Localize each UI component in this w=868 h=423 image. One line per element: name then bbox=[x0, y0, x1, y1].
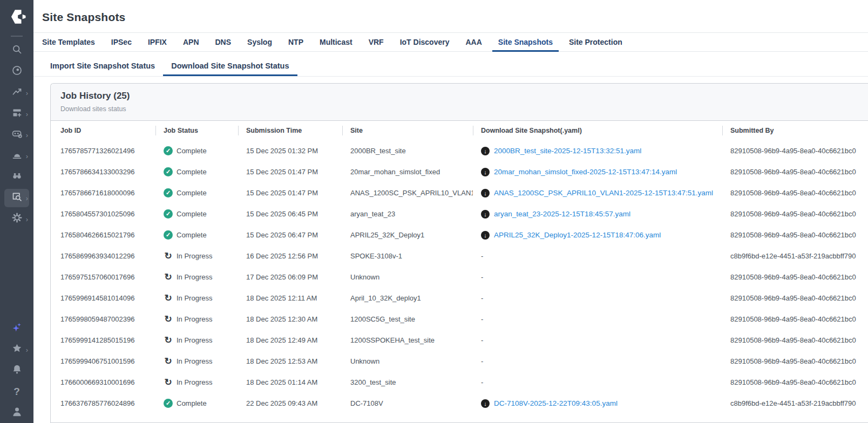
sidebar-item-search[interactable] bbox=[4, 42, 29, 60]
sidebar-item-explore[interactable] bbox=[4, 168, 29, 186]
status-complete-icon: ✓ bbox=[164, 399, 173, 408]
job-status-cell: ✓ Complete bbox=[155, 393, 238, 414]
sidebar-item-ai-assistant[interactable] bbox=[4, 319, 29, 338]
sidebar-item-alarms[interactable]: › bbox=[4, 147, 29, 165]
status-in-progress-icon: ↻ bbox=[164, 336, 173, 345]
tab-label: APN bbox=[183, 38, 199, 46]
tab-apn[interactable]: APN bbox=[175, 33, 207, 51]
download-icon[interactable]: ↓ bbox=[481, 210, 490, 219]
status-label: In Progress bbox=[177, 315, 212, 323]
site-cell: 1200SC5G_test_site bbox=[342, 309, 473, 330]
table-row: 1765996914581014096 ↻ In Progress 18 Dec… bbox=[51, 288, 868, 309]
job-status-cell: ✓ Complete bbox=[155, 203, 238, 224]
submitted-by-cell: 82910508-96b9-4a95-8ea0-40c6621bc0 bbox=[722, 203, 868, 224]
tab-label: VRF bbox=[369, 38, 384, 46]
sidebar-item-monitor[interactable] bbox=[4, 63, 29, 81]
job-id-cell: 1765999406751001596 bbox=[51, 351, 155, 372]
tab-label: Site Protection bbox=[569, 38, 622, 46]
sidebar-item-analytics[interactable]: › bbox=[4, 84, 29, 102]
tab-ntp[interactable]: NTP bbox=[280, 33, 311, 51]
table-row: 1765786634133003296 ✓ Complete 15 Dec 20… bbox=[51, 161, 868, 182]
download-link[interactable]: 2000BR_test_site-2025-12-15T13:32:51.yam… bbox=[494, 147, 641, 155]
job-id-cell: 1765804557301025096 bbox=[51, 203, 155, 224]
subtab-label: Import Site Snapshot Status bbox=[50, 62, 155, 70]
tab-site-templates[interactable]: Site Templates bbox=[34, 33, 103, 51]
tab-site-protection[interactable]: Site Protection bbox=[561, 33, 630, 51]
column-header-download: Download Site Snapshot(.yaml) bbox=[473, 121, 722, 140]
status-label: Complete bbox=[177, 189, 207, 197]
tab-ipfix[interactable]: IPFIX bbox=[140, 33, 175, 51]
status-complete-icon: ✓ bbox=[164, 146, 173, 155]
status-label: In Progress bbox=[177, 273, 212, 281]
site-cell: April_10_32K_deploy1 bbox=[342, 288, 473, 309]
download-cell: - bbox=[473, 372, 722, 393]
job-id-cell: 1765975157060017696 bbox=[51, 267, 155, 288]
download-icon[interactable]: ↓ bbox=[481, 399, 490, 408]
status-in-progress-icon: ↻ bbox=[164, 251, 173, 261]
download-empty-placeholder: - bbox=[481, 315, 483, 323]
download-link[interactable]: aryan_teat_23-2025-12-15T18:45:57.yaml bbox=[494, 210, 630, 218]
submission-time-cell: 15 Dec 2025 01:47 PM bbox=[238, 182, 342, 203]
card-title: Job History (25) bbox=[60, 91, 858, 101]
subtab-download-site-snapshot-status[interactable]: Download Site Snapshot Status bbox=[163, 56, 297, 76]
status-label: In Progress bbox=[177, 357, 212, 365]
download-link[interactable]: 20mar_mohan_simslot_fixed-2025-12-15T13:… bbox=[494, 168, 677, 176]
submitted-by-cell: 82910508-96b9-4a95-8ea0-40c6621bc0 bbox=[722, 182, 868, 203]
status-in-progress-icon: ↻ bbox=[164, 294, 173, 303]
download-empty-placeholder: - bbox=[481, 273, 483, 281]
tab-dns[interactable]: DNS bbox=[207, 33, 240, 51]
download-icon[interactable]: ↓ bbox=[481, 231, 490, 240]
sidebar-item-services[interactable]: › bbox=[4, 126, 29, 144]
download-link[interactable]: APRIL25_32K_Deploy1-2025-12-15T18:47:06.… bbox=[494, 231, 661, 239]
download-cell: ↓ APRIL25_32K_Deploy1-2025-12-15T18:47:0… bbox=[473, 224, 722, 245]
job-history-card: Job History (25) Download sites status J… bbox=[50, 83, 868, 423]
radar-icon bbox=[11, 65, 23, 78]
tab-syslog[interactable]: Syslog bbox=[239, 33, 280, 51]
submission-time-cell: 17 Dec 2025 06:09 PM bbox=[238, 267, 342, 288]
chevron-right-icon: › bbox=[26, 152, 28, 159]
tab-multicast[interactable]: Multicast bbox=[311, 33, 361, 51]
job-status-cell: ↻ In Progress bbox=[155, 351, 238, 372]
download-link[interactable]: ANAS_1200SC_PSK_APRIL10_VLAN1-2025-12-15… bbox=[494, 189, 713, 197]
submission-time-cell: 18 Dec 2025 12:30 AM bbox=[238, 309, 342, 330]
chevron-right-icon: › bbox=[26, 131, 28, 138]
sidebar-item-notifications[interactable] bbox=[4, 361, 29, 380]
sidebar-item-user[interactable] bbox=[4, 404, 29, 422]
subtab-label: Download Site Snapshot Status bbox=[171, 62, 289, 70]
submitted-by-cell: 82910508-96b9-4a95-8ea0-40c6621bc0 bbox=[722, 224, 868, 245]
job-id-cell: 1765786634133003296 bbox=[51, 161, 155, 182]
tab-label: NTP bbox=[288, 38, 303, 46]
status-label: Complete bbox=[177, 231, 207, 239]
status-in-progress-icon: ↻ bbox=[164, 315, 173, 324]
sidebar-item-help[interactable]: ? bbox=[4, 383, 29, 401]
download-icon[interactable]: ↓ bbox=[481, 189, 490, 197]
table-row: 1765785771326021496 ✓ Complete 15 Dec 20… bbox=[51, 140, 868, 161]
tab-site-snapshots[interactable]: Site Snapshots bbox=[490, 33, 561, 51]
download-icon[interactable]: ↓ bbox=[481, 147, 490, 155]
download-cell: - bbox=[473, 267, 722, 288]
job-status-cell: ↻ In Progress bbox=[155, 372, 238, 393]
status-complete-icon: ✓ bbox=[164, 167, 173, 176]
tab-aaa[interactable]: AAA bbox=[457, 33, 490, 51]
sidebar-item-favorites[interactable]: › bbox=[4, 340, 29, 359]
brand-logo-icon[interactable] bbox=[5, 5, 28, 28]
sidebar-item-site-inspection[interactable]: › bbox=[4, 189, 29, 207]
download-link[interactable]: DC-7108V-2025-12-22T09:43:05.yaml bbox=[494, 399, 618, 407]
subtab-import-site-snapshot-status[interactable]: Import Site Snapshot Status bbox=[42, 56, 163, 76]
tab-label: IPSec bbox=[111, 38, 132, 46]
tab-label: Syslog bbox=[247, 38, 272, 46]
alarm-icon bbox=[11, 149, 23, 162]
submission-time-cell: 18 Dec 2025 12:49 AM bbox=[238, 330, 342, 351]
job-status-cell: ✓ Complete bbox=[155, 140, 238, 161]
sidebar-item-templates[interactable]: › bbox=[4, 105, 29, 123]
trend-icon bbox=[11, 86, 23, 99]
tab-ipsec[interactable]: IPSec bbox=[103, 33, 140, 51]
tab-iot-discovery[interactable]: IoT Discovery bbox=[392, 33, 458, 51]
tab-vrf[interactable]: VRF bbox=[361, 33, 392, 51]
download-cell: ↓ aryan_teat_23-2025-12-15T18:45:57.yaml bbox=[473, 203, 722, 224]
sidebar-item-settings[interactable]: › bbox=[4, 210, 29, 228]
secondary-tabs: Import Site Snapshot StatusDownload Site… bbox=[33, 52, 868, 77]
download-icon[interactable]: ↓ bbox=[481, 168, 490, 176]
site-cell: aryan_teat_23 bbox=[342, 203, 473, 224]
site-cell: APRIL25_32K_Deploy1 bbox=[342, 224, 473, 245]
